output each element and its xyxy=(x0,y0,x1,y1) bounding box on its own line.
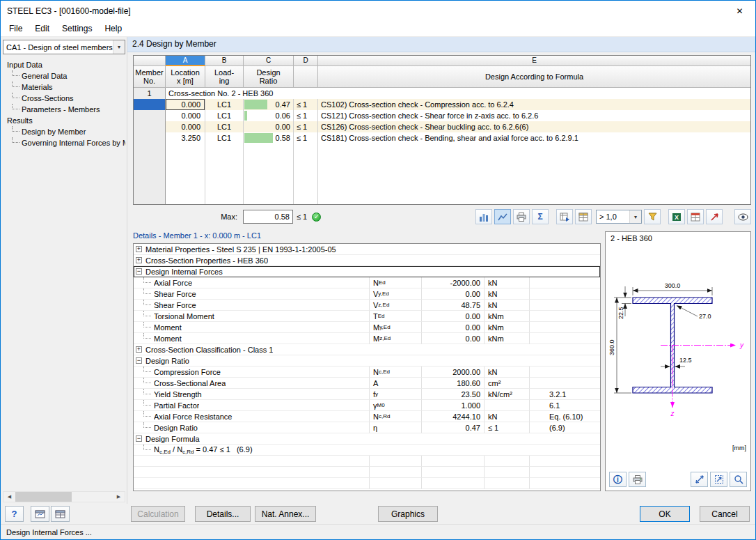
design-case-dropdown[interactable]: CA1 - Design of steel members ▾ xyxy=(3,40,125,54)
details-item-row[interactable]: Shear ForceVz,Ed48.75kN xyxy=(134,300,600,311)
details-item-row[interactable]: Design Ratioη0.47≤ 1(6.9) xyxy=(134,422,600,433)
design-formula-header[interactable]: Design According to Formula xyxy=(318,66,750,88)
tree-item-parameters-members[interactable]: Parameters - Members xyxy=(3,104,125,115)
location-cell[interactable]: 0.000 xyxy=(166,110,205,121)
details-section-row[interactable]: −Design Internal Forces xyxy=(134,266,600,277)
menu-help[interactable]: Help xyxy=(98,22,128,36)
row-selector-cell[interactable] xyxy=(134,99,166,110)
tree-item-input-data[interactable]: Input Data xyxy=(3,59,125,70)
import-table-button[interactable] xyxy=(575,209,592,224)
filter-button[interactable] xyxy=(644,209,661,224)
location-cell[interactable]: 0.000 xyxy=(166,121,205,132)
member-no-header[interactable]: Member No. xyxy=(134,66,166,88)
details-item-row[interactable]: Shear ForceVy,Ed0.00kN xyxy=(134,288,600,300)
scrollbar-thumb[interactable] xyxy=(15,492,72,502)
location-cell[interactable]: 3.250 xyxy=(166,132,205,144)
loading-cell[interactable]: LC1 xyxy=(205,132,244,144)
design-ratio-cell[interactable]: 0.58 xyxy=(244,132,294,144)
details-item-row[interactable]: MomentMz,Ed0.00kNm xyxy=(134,333,600,344)
menu-settings[interactable]: Settings xyxy=(56,22,98,36)
collapse-icon[interactable]: − xyxy=(136,268,142,275)
expand-icon[interactable]: + xyxy=(136,346,142,353)
collapse-icon[interactable]: − xyxy=(136,357,142,364)
details-section-row[interactable]: +Cross-Section Properties - HEB 360 xyxy=(134,255,600,266)
tree-item-design-by-member[interactable]: Design by Member xyxy=(3,126,125,137)
details-item-row[interactable] xyxy=(134,467,600,478)
collapse-icon[interactable]: − xyxy=(136,435,142,442)
close-button[interactable]: ✕ xyxy=(724,1,755,21)
tree-item-materials[interactable]: Materials xyxy=(3,82,125,93)
graphics-button[interactable]: Graphics xyxy=(378,506,438,522)
scroll-right-button[interactable]: ▶ xyxy=(113,492,125,502)
loading-cell[interactable]: LC1 xyxy=(205,121,244,132)
scrollbar-track[interactable] xyxy=(15,492,113,502)
table-view-button[interactable] xyxy=(51,506,70,522)
details-section-row[interactable]: +Cross-Section Classification - Class 1 xyxy=(134,344,600,355)
results-row[interactable]: 0.000LC10.06≤ 1CS121) Cross-section chec… xyxy=(134,110,750,121)
design-ratio-cell[interactable]: 0.47 xyxy=(244,99,294,110)
zoom-window-button[interactable] xyxy=(710,472,727,487)
details-item-row[interactable]: Cross-Sectional AreaA180.60cm² xyxy=(134,378,600,389)
nat-annex-button[interactable]: Nat. Annex... xyxy=(255,506,316,522)
details-item-row[interactable]: MomentMy,Ed0.00kNm xyxy=(134,322,600,333)
column-letter-b[interactable]: B xyxy=(205,56,244,66)
location-cell[interactable]: 0.000 xyxy=(166,99,205,110)
result-table-button[interactable] xyxy=(687,209,704,224)
row-selector-cell[interactable] xyxy=(134,121,166,132)
row-selector-cell[interactable] xyxy=(134,132,166,144)
details-item-row[interactable]: Axial Force ResistanceNc,Rd4244.10kNEq. … xyxy=(134,411,600,422)
column-letter-d[interactable]: D xyxy=(294,56,318,66)
details-item-row[interactable] xyxy=(134,456,600,467)
results-row[interactable]: 0.000LC10.00≤ 1CS126) Cross-section chec… xyxy=(134,121,750,132)
tree-item-results[interactable]: Results xyxy=(3,115,125,126)
design-ratio-cell[interactable]: 0.00 xyxy=(244,121,294,132)
menu-edit[interactable]: Edit xyxy=(29,22,56,36)
export-table-button[interactable] xyxy=(556,209,573,224)
help-button[interactable]: ? xyxy=(5,506,24,522)
details-formula-row[interactable]: Nc,Ed / Nc,Rd = 0.47 ≤ 1 (6.9) xyxy=(134,445,600,456)
cancel-button[interactable]: Cancel xyxy=(700,506,750,522)
print-graphic-button[interactable] xyxy=(629,472,646,487)
results-row[interactable]: 0.000LC10.47≤ 1CS102) Cross-section chec… xyxy=(134,99,750,110)
loading-cell[interactable]: LC1 xyxy=(205,99,244,110)
loading-header[interactable]: Load- ing xyxy=(205,66,244,88)
column-letter-a[interactable]: A xyxy=(166,56,205,66)
result-curve-button[interactable] xyxy=(494,209,511,224)
location-header[interactable]: Location x [m] xyxy=(166,66,205,88)
calculation-button[interactable]: Calculation xyxy=(131,506,185,522)
ratio-filter-dropdown[interactable]: > 1,0 ▾ xyxy=(596,210,642,224)
visibility-button[interactable] xyxy=(734,209,751,224)
results-row[interactable]: 3.250LC10.58≤ 1CS181) Cross-section chec… xyxy=(134,132,750,144)
details-item-row[interactable]: Torsional MomentTEd0.00kNm xyxy=(134,311,600,322)
expand-icon[interactable]: + xyxy=(136,257,142,263)
ok-button[interactable]: OK xyxy=(640,506,690,522)
zoom-in-button[interactable] xyxy=(730,472,747,487)
details-item-row[interactable] xyxy=(134,478,600,489)
row-selector-cell[interactable] xyxy=(134,110,166,121)
details-item-row[interactable]: Yield Strengthfy23.50kN/cm²3.2.1 xyxy=(134,389,600,400)
details-section-row[interactable]: −Design Formula xyxy=(134,433,600,445)
tree-item-governing-internal-forces-by-m[interactable]: Governing Internal Forces by M xyxy=(3,137,125,148)
details-item-row[interactable]: Partial FactorγM01.0006.1 xyxy=(134,400,600,411)
details-section-row[interactable]: −Design Ratio xyxy=(134,355,600,367)
details-item-row[interactable]: Compression ForceNc,Ed2000.00kN xyxy=(134,367,600,378)
design-ratio-cell[interactable]: 0.06 xyxy=(244,110,294,121)
details-section-row[interactable]: +Material Properties - Steel S 235 | EN … xyxy=(134,244,600,255)
graphic-view-button[interactable] xyxy=(31,506,49,522)
print-button[interactable] xyxy=(513,209,530,224)
column-letter-e[interactable]: E xyxy=(318,56,750,66)
details-item-row[interactable]: Axial ForceNEd-2000.00kN xyxy=(134,277,600,288)
design-ratio-header[interactable]: Design Ratio xyxy=(244,66,294,88)
excel-export-button[interactable]: X xyxy=(668,209,685,224)
result-diagram-button[interactable] xyxy=(475,209,492,224)
sum-button[interactable]: Σ xyxy=(532,209,549,224)
loading-cell[interactable]: LC1 xyxy=(205,110,244,121)
menu-file[interactable]: File xyxy=(3,22,29,36)
scroll-left-button[interactable]: ◀ xyxy=(3,492,15,502)
zoom-all-button[interactable] xyxy=(691,472,708,487)
column-letter-c[interactable]: C xyxy=(244,56,294,66)
navigator-hscrollbar[interactable]: ◀ ▶ xyxy=(3,491,125,502)
tree-item-cross-sections[interactable]: Cross-Sections xyxy=(3,93,125,104)
pick-member-button[interactable] xyxy=(706,209,723,224)
expand-icon[interactable]: + xyxy=(136,246,142,252)
